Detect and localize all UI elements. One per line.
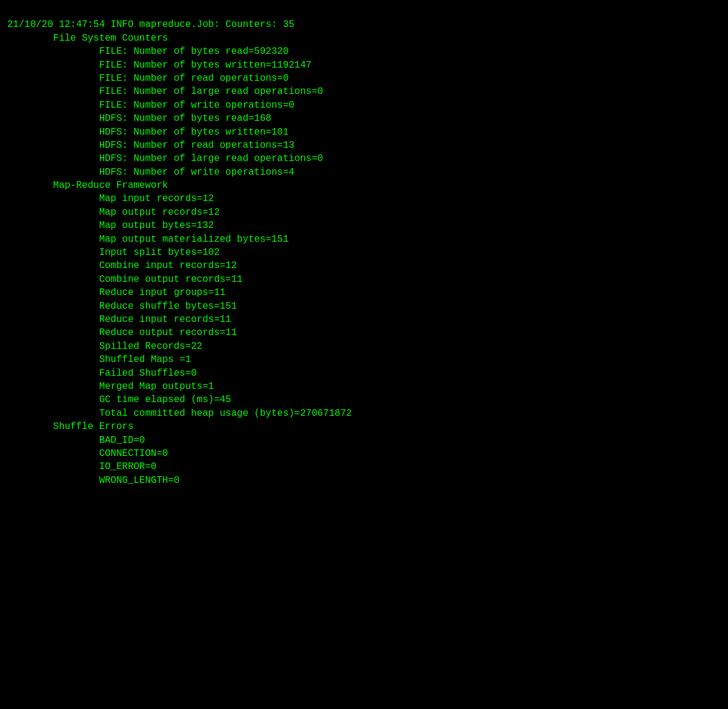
log-line: CONNECTION=0 [7, 447, 721, 460]
log-line: HDFS: Number of bytes read=168 [7, 112, 721, 125]
log-line: 21/10/20 12:47:54 INFO mapreduce.Job: Co… [7, 18, 721, 31]
log-line: Map-Reduce Framework [7, 179, 721, 192]
log-line: Shuffle Errors [7, 420, 721, 433]
log-line: WRONG_LENGTH=0 [7, 474, 721, 487]
log-line: FILE: Number of bytes read=592320 [7, 45, 721, 58]
log-line: IO_ERROR=0 [7, 460, 721, 473]
log-line: HDFS: Number of large read operations=0 [7, 152, 721, 165]
log-line: Failed Shuffles=0 [7, 367, 721, 380]
log-line: FILE: Number of large read operations=0 [7, 85, 721, 98]
log-line: Reduce input records=11 [7, 313, 721, 326]
log-line: HDFS: Number of write operations=4 [7, 166, 721, 179]
log-line: Reduce input groups=11 [7, 286, 721, 299]
log-line: FILE: Number of bytes written=1192147 [7, 59, 721, 72]
log-line: Map output materialized bytes=151 [7, 233, 721, 246]
log-line: Map output records=12 [7, 206, 721, 219]
log-line: HDFS: Number of bytes written=101 [7, 126, 721, 139]
terminal-output: 21/10/20 12:47:54 INFO mapreduce.Job: Co… [7, 5, 721, 487]
log-line: Merged Map outputs=1 [7, 380, 721, 393]
log-line: FILE: Number of write operations=0 [7, 99, 721, 112]
log-line: BAD_ID=0 [7, 434, 721, 447]
log-line: Map input records=12 [7, 192, 721, 205]
log-line: HDFS: Number of read operations=13 [7, 139, 721, 152]
log-line: GC time elapsed (ms)=45 [7, 393, 721, 406]
log-line: Spilled Records=22 [7, 340, 721, 353]
log-line: Reduce shuffle bytes=151 [7, 300, 721, 313]
log-line: File System Counters [7, 32, 721, 45]
log-line: Combine output records=11 [7, 273, 721, 286]
log-line: Total committed heap usage (bytes)=27067… [7, 407, 721, 420]
log-line: Map output bytes=132 [7, 219, 721, 232]
log-line: FILE: Number of read operations=0 [7, 72, 721, 85]
log-line: Reduce output records=11 [7, 326, 721, 339]
log-line: Input split bytes=102 [7, 246, 721, 259]
log-line: Combine input records=12 [7, 259, 721, 272]
log-line: Shuffled Maps =1 [7, 353, 721, 366]
